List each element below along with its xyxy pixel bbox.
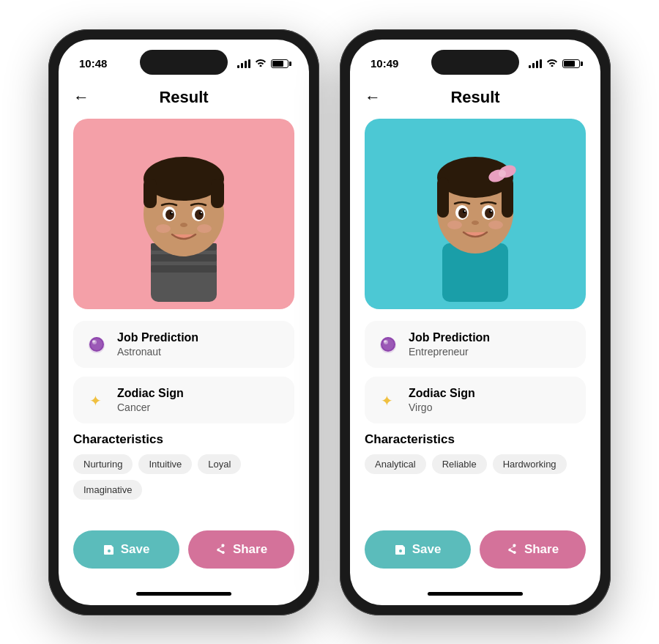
child-photo-1 [73, 119, 294, 309]
page-title-1: Result [159, 88, 208, 107]
action-buttons-1: Save Share [73, 530, 294, 569]
characteristics-tags-1: NurturingIntuitiveLoyalImaginative [73, 454, 294, 500]
share-icon-1 [215, 544, 227, 555]
job-prediction-value-2: Entrepreneur [409, 346, 490, 358]
status-time-1: 10:48 [79, 57, 107, 70]
zodiac-icon-1: ✦ [85, 388, 108, 412]
svg-point-12 [195, 210, 204, 220]
crystal-ball-icon-2 [378, 334, 398, 355]
home-indicator-2 [350, 583, 600, 605]
zodiac-label-2: Zodiac Sign [409, 387, 475, 400]
phone-2: 10:49 [340, 29, 611, 615]
characteristic-tag: Intuitive [138, 454, 192, 474]
status-icons-2 [529, 58, 580, 69]
wifi-icon-1 [255, 58, 267, 69]
crystal-ball-icon-1 [86, 334, 107, 355]
signal-icon-2 [529, 59, 542, 68]
share-icon-2 [507, 544, 518, 555]
child-svg-1 [111, 126, 257, 302]
svg-rect-30 [437, 177, 449, 218]
zodiac-value-2: Virgo [409, 401, 475, 413]
app-content-2: ← Result [350, 82, 600, 583]
battery-icon-2 [562, 59, 580, 68]
back-button-1[interactable]: ← [73, 88, 89, 107]
zodiac-content-1: Zodiac Sign Cancer [117, 387, 184, 413]
job-prediction-content-2: Job Prediction Entrepreneur [409, 331, 490, 358]
phones-container: 10:48 [34, 15, 625, 630]
signal-icon-1 [237, 59, 250, 68]
job-prediction-content-1: Job Prediction Astronaut [117, 331, 198, 358]
svg-point-41 [464, 210, 466, 212]
phone-1-screen: 10:48 [59, 40, 309, 605]
characteristics-section-2: Characteristics AnalyticalReliableHardwo… [365, 432, 586, 474]
svg-point-38 [485, 208, 494, 218]
page-title-2: Result [450, 88, 499, 107]
phone-2-screen: 10:49 [350, 40, 600, 605]
svg-point-15 [171, 212, 173, 213]
svg-point-24 [92, 340, 95, 342]
save-icon-2 [395, 544, 406, 555]
svg-point-37 [458, 208, 467, 218]
child-photo-2 [365, 119, 586, 309]
svg-rect-31 [502, 177, 513, 218]
job-prediction-card-2: Job Prediction Entrepreneur [365, 321, 586, 368]
characteristic-tag: Nurturing [73, 454, 133, 474]
wifi-icon-2 [546, 58, 558, 69]
child-svg-2 [402, 126, 548, 302]
action-buttons-2: Save Share [365, 530, 586, 569]
photo-container-2 [365, 119, 586, 309]
sparkle-icon-2: ✦ [378, 390, 398, 410]
job-prediction-label-2: Job Prediction [409, 331, 490, 344]
job-prediction-card-1: Job Prediction Astronaut [73, 321, 294, 368]
status-icons-1 [237, 58, 288, 69]
characteristic-tag: Loyal [198, 454, 241, 474]
home-indicator-1 [59, 583, 309, 605]
app-content-1: ← Result [59, 82, 309, 583]
zodiac-content-2: Zodiac Sign Virgo [409, 387, 475, 413]
svg-point-42 [491, 210, 492, 212]
svg-point-48 [382, 338, 394, 350]
home-bar-2 [428, 592, 523, 596]
characteristics-title-2: Characteristics [365, 432, 586, 447]
characteristic-tag: Reliable [432, 454, 487, 474]
svg-point-50 [384, 340, 387, 342]
battery-icon-1 [271, 59, 288, 68]
svg-point-11 [165, 210, 174, 220]
status-time-2: 10:49 [371, 57, 398, 70]
characteristics-tags-2: AnalyticalReliableHardworking [365, 454, 586, 474]
zodiac-card-1: ✦ Zodiac Sign Cancer [73, 377, 294, 423]
zodiac-icon-2: ✦ [376, 388, 400, 412]
svg-point-16 [201, 212, 202, 213]
zodiac-label-1: Zodiac Sign [117, 387, 184, 400]
share-button-2[interactable]: Share [480, 530, 586, 569]
svg-point-44 [447, 221, 462, 229]
dynamic-island-1 [140, 50, 228, 75]
back-button-2[interactable]: ← [365, 88, 381, 107]
home-bar-1 [136, 592, 231, 596]
characteristic-tag: Hardworking [493, 454, 567, 474]
job-icon-2 [376, 333, 400, 356]
characteristics-title-1: Characteristics [73, 432, 294, 447]
svg-point-17 [180, 223, 187, 227]
svg-point-22 [91, 338, 103, 350]
svg-point-45 [488, 221, 503, 229]
svg-point-19 [197, 224, 212, 233]
characteristic-tag: Imaginative [73, 480, 142, 500]
characteristic-tag: Analytical [365, 454, 426, 474]
save-button-2[interactable]: Save [365, 530, 471, 569]
save-button-1[interactable]: Save [73, 530, 179, 569]
svg-point-18 [156, 224, 171, 233]
save-icon-1 [103, 544, 115, 555]
share-button-1[interactable]: Share [188, 530, 294, 569]
app-header-1: ← Result [73, 82, 294, 119]
characteristics-section-1: Characteristics NurturingIntuitiveLoyalI… [73, 432, 294, 500]
dynamic-island-2 [431, 50, 519, 75]
job-prediction-value-1: Astronaut [117, 346, 198, 358]
svg-rect-3 [151, 265, 217, 273]
svg-rect-7 [144, 179, 157, 208]
job-icon-1 [85, 333, 108, 356]
job-prediction-label-1: Job Prediction [117, 331, 198, 344]
photo-container-1 [73, 119, 294, 309]
svg-point-34 [499, 170, 506, 177]
zodiac-card-2: ✦ Zodiac Sign Virgo [365, 377, 586, 423]
